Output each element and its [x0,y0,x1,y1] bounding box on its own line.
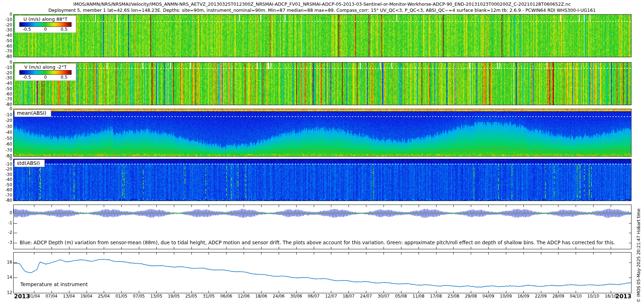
x-tick-label: 13/05 [150,294,162,299]
x-tick-label: 31/05 [203,294,215,299]
y-tick-label: 0 [0,106,12,111]
y-tick-label: -60 [0,142,12,147]
x-tick-label: 29/08 [465,294,477,299]
y-tick-label: -40 [0,33,12,38]
figure-title-filename: IMOS/ANMN/NRS/NRSMAI/Velocity/IMOS_ANMN-… [0,1,644,7]
mean-absi-panel [13,109,631,157]
mean-absi-label: mean(ABSI) [14,109,51,117]
u-colorbar-tick: -0.5 [23,27,31,32]
temperature-plot [14,252,631,293]
y-tick-label: -70 [0,97,12,102]
std-absi-label: std(ABSI) [14,160,45,167]
y-tick-label: -50 [0,182,12,187]
y-tick-label: -20 [0,23,12,28]
imos-adcp-figure: IMOS/ANMN/NRS/NRSMAI/Velocity/IMOS_ANMN-… [0,0,644,304]
x-tick-label: 24/07 [360,294,372,299]
x-tick-label: 24/06 [273,294,284,299]
x-tick-label: 04/09 [482,294,494,299]
x-tick-label: 28/09 [552,294,564,299]
v-velocity-heatmap [14,63,631,105]
y-tick-label: 0 [0,210,12,215]
x-tick-label: 07/04 [45,294,57,299]
x-tick-label: 17/08 [430,294,442,299]
x-tick-label: 18/07 [343,294,355,299]
v-colorbar [19,70,72,75]
mean-absi-heatmap [14,109,631,156]
y-tick-label: -1 [0,220,12,225]
y-tick-label: -60 [0,187,12,192]
y-tick-label: -10 [0,162,12,167]
x-tick-label: 06/07 [308,294,319,299]
x-tick-label: 16/10 [605,294,616,299]
u-colorbar-ticks: -0.5 0 0.5 [19,27,72,32]
y-tick-label: -30 [0,172,12,177]
y-tick-label: 16 [0,260,12,265]
y-tick-label: -40 [0,130,12,135]
u-velocity-heatmap [14,15,631,57]
v-colorbar-tick: 0.5 [61,75,68,80]
y-tick-label: -70 [0,49,12,54]
y-tick-label: -30 [0,28,12,33]
x-tick-label: 07/05 [133,294,145,299]
v-colorbar-ticks: -0.5 0 0.5 [19,75,72,80]
x-tick-label: 13/04 [63,294,75,299]
y-tick-label: -50 [0,136,12,141]
u-velocity-panel [13,14,631,57]
x-tick-label: 11/08 [413,294,424,299]
x-year-label-right: 2013 [615,293,631,300]
y-tick-label: 14 [0,275,12,280]
y-tick-label: -20 [0,167,12,172]
y-tick-label: -80 [0,54,12,59]
y-tick-label: -50 [0,38,12,43]
figure-title-deployment: Deployment 5, member 1 lat=42.6S lon=148… [0,8,644,13]
y-tick-label: -70 [0,148,12,153]
depth-annotation: Blue: ADCP Depth (m) variation from sens… [20,240,615,245]
u-colorbar-legend: U (m/s) along 88°T -0.5 0 0.5 [15,15,76,33]
y-tick-label: -60 [0,92,12,97]
y-tick-label: -10 [0,65,12,70]
y-tick-label: -40 [0,177,12,182]
y-tick-label: -3 [0,240,12,245]
y-tick-label: 12 [0,290,12,295]
y-tick-label: -50 [0,86,12,91]
x-year-label-left: 2013 [14,293,30,300]
v-colorbar-tick: 0 [44,75,47,80]
x-tick-label: 12/07 [325,294,337,299]
u-colorbar [19,22,72,27]
y-tick-label: -20 [0,70,12,75]
u-colorbar-tick: 0 [44,27,47,32]
v-colorbar-legend: V (m/s) along -2°T -0.5 0 0.5 [15,63,76,81]
y-tick-label: 0 [0,12,12,17]
x-tick-label: 04/10 [570,294,582,299]
x-tick-label: 25/05 [185,294,197,299]
y-tick-label: -60 [0,44,12,49]
x-tick-label: 06/06 [220,294,232,299]
x-tick-label: 22/09 [535,294,547,299]
x-tick-label: 23/08 [448,294,459,299]
y-tick-label: 0 [0,156,12,161]
x-tick-label: 05/08 [395,294,407,299]
y-tick-label: -30 [0,124,12,129]
v-colorbar-tick: -0.5 [23,75,31,80]
temperature-label: Temperature at instrument [20,281,88,287]
x-tick-label: 19/05 [168,294,180,299]
y-tick-label: -10 [0,17,12,22]
std-absi-panel [13,159,631,201]
x-tick-label: 16/09 [517,294,529,299]
x-tick-label: 30/07 [377,294,389,299]
x-tick-label: 25/04 [98,294,110,299]
x-tick-label: 10/09 [500,294,512,299]
y-tick-label: -10 [0,112,12,117]
imos-watermark: © IMOS 05-May-2025 20:21:47 Hobart time [636,209,641,303]
y-tick-label: -30 [0,75,12,80]
u-legend-title: U (m/s) along 88°T [15,16,76,22]
y-tick-label: -2 [0,230,12,235]
y-tick-label: -70 [0,193,12,198]
y-tick-label: -80 [0,198,12,203]
x-tick-label: 10/10 [587,294,599,299]
std-absi-heatmap [14,159,631,201]
u-colorbar-tick: 0.5 [61,27,68,32]
x-tick-label: 18/06 [255,294,267,299]
temperature-panel [13,252,631,293]
y-tick-label: 0 [0,60,12,65]
